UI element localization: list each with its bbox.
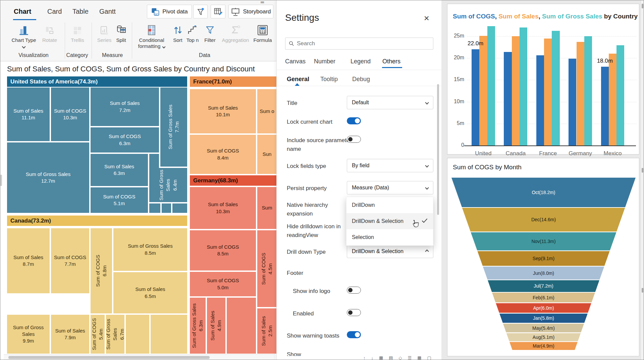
treemap-cell[interactable]: Sum of Sales6.3m: [91, 154, 148, 186]
treemap-cell[interactable]: Sum of Sales6.5m: [113, 272, 187, 313]
setting-toggle-show-warning-toasts[interactable]: [347, 331, 361, 338]
filter-badge-button[interactable]: [193, 5, 208, 18]
treemap-cell[interactable]: Sum of Gross Sales6.3m: [190, 298, 206, 354]
treemap-cell[interactable]: Sum: [257, 187, 276, 229]
bottom-bar-icon-1[interactable]: ↑: [363, 355, 366, 360]
treemap-cell[interactable]: Sum of Sales8.7m: [7, 228, 50, 293]
bar-sum-of-sales-3[interactable]: [577, 42, 584, 145]
setting-toggle-show-info-logo[interactable]: [347, 287, 361, 294]
bar-sum-of-sales-0[interactable]: [479, 36, 487, 145]
left-edge-handle[interactable]: [0, 175, 2, 186]
treemap-cell-unlabeled[interactable]: [227, 298, 256, 354]
setting-toggle-enabled[interactable]: [347, 309, 361, 316]
scrollbar-thumb[interactable]: [8, 356, 210, 359]
bottom-bar-icon-2[interactable]: ↓: [371, 355, 374, 360]
treemap-cell-unlabeled[interactable]: [151, 315, 187, 354]
treemap-cell-unlabeled[interactable]: [149, 203, 160, 213]
tab-card[interactable]: Card: [47, 8, 62, 15]
storyboard-button[interactable]: Storyboard: [228, 5, 273, 18]
bottom-bar-icon-7[interactable]: ▦: [417, 355, 421, 360]
bar-sum-of-sales-4[interactable]: [609, 54, 616, 145]
treemap-group-germany[interactable]: Germany(68.3m)Sum of Sales10.3mSumSum of…: [190, 175, 276, 354]
treemap-cell[interactable]: Sum of Sales2.5m: [257, 308, 276, 354]
treemap-cell[interactable]: Sum of Sales10.1m: [190, 89, 256, 133]
chevron-down-icon[interactable]: [22, 45, 25, 48]
bar-sum-of-cogs-0[interactable]: [472, 49, 479, 145]
horizontal-scrollbar[interactable]: [4, 354, 275, 360]
window-right-scrollbar[interactable]: [640, 0, 644, 360]
treemap-cell[interactable]: Sum of COGS5.4m: [91, 315, 105, 354]
treemap-cell[interactable]: Sum of Sales7.9m: [51, 315, 89, 354]
treemap-chart[interactable]: United States of America(74.3m)Sum of Sa…: [7, 76, 276, 354]
dropdown-item-selection[interactable]: Selection: [346, 229, 433, 245]
settings-subtab-debug[interactable]: Debug: [352, 76, 370, 83]
funnel-segment-jul[interactable]: Jul(7.2m): [451, 280, 636, 292]
treemap-group-canada[interactable]: Canada(73.2m)Sum of Sales8.7mSum of COGS…: [7, 216, 187, 354]
funnel-segment-dec[interactable]: Dec(14.6m): [451, 208, 636, 232]
treemap-cell[interactable]: Sun: [257, 135, 276, 174]
dropdown-item-drilldown-selection[interactable]: DrillDown & Selection: [346, 213, 433, 229]
tab-gantt[interactable]: Gantt: [99, 8, 116, 15]
funnel-segment-feb[interactable]: Feb(6.1m): [451, 293, 636, 303]
settings-scrollbar[interactable]: [437, 84, 439, 215]
settings-search-box[interactable]: [285, 38, 433, 50]
treemap-cell[interactable]: Sum of Sales10.3m: [190, 187, 256, 229]
settings-subtab-tooltip[interactable]: Tooltip: [320, 76, 338, 83]
bar-sum-of-sales-2[interactable]: [544, 39, 552, 145]
setting-select-lock-fields-type[interactable]: By field: [347, 159, 433, 172]
treemap-cell[interactable]: Sum of Gross Sales9.9m: [7, 315, 50, 354]
treemap-cell[interactable]: Sum o: [257, 89, 276, 133]
ribbon-formula[interactable]: Formula: [248, 22, 278, 43]
treemap-cell-unlabeled[interactable]: [172, 203, 187, 213]
funnel-segment-nov[interactable]: Nov(11.3m): [451, 232, 636, 251]
tab-chart[interactable]: Chart: [14, 8, 31, 15]
bar-sum-of-cogs-3[interactable]: [569, 59, 576, 145]
bar-sum-of-gross-sales-0[interactable]: [487, 26, 495, 145]
bar-sum-of-gross-sales-4[interactable]: [616, 45, 624, 145]
close-icon[interactable]: ✕: [424, 14, 430, 22]
funnel-segment-apr[interactable]: Apr(6.0m): [451, 303, 636, 313]
treemap-cell[interactable]: Sum of COGS7.7m: [51, 228, 89, 293]
treemap-group-france[interactable]: France(71.0m)Sum of Sales10.1mSum oSum o…: [190, 76, 276, 175]
bar-sum-of-gross-sales-1[interactable]: [520, 27, 527, 145]
treemap-cell[interactable]: Sum of COGS5.1m: [91, 187, 148, 213]
treemap-cell[interactable]: Sum of Sales11.1m: [7, 87, 50, 141]
table-edit-button[interactable]: [211, 5, 225, 18]
setting-toggle-lock-current-chart[interactable]: [347, 117, 361, 124]
treemap-cell[interactable]: Sum of Gross Sales6.4m: [149, 168, 187, 202]
treemap-cell[interactable]: Sum of Gross Sales12.7m: [7, 142, 89, 213]
funnel-segment-may[interactable]: May(5.4m): [451, 323, 636, 332]
treemap-cell[interactable]: Sum of Gross Sales8.5m: [113, 228, 187, 271]
treemap-cell[interactable]: Sum of COGS10.3m: [51, 87, 89, 141]
funnel-segment-jan[interactable]: Jan(5.8m): [451, 313, 636, 323]
setting-select-drill-down-type[interactable]: DrillDown & Selection: [347, 245, 433, 258]
bar-sum-of-cogs-1[interactable]: [504, 52, 512, 145]
funnel-segment-aug[interactable]: Aug(5.1m): [451, 333, 636, 342]
bottom-bar-icon-6[interactable]: ☰: [408, 355, 412, 360]
treemap-cell-unlabeled[interactable]: [126, 315, 149, 354]
treemap-cell[interactable]: Sum of Sales7.2m: [91, 87, 159, 126]
funnel-chart-card[interactable]: Sum of COGS by Month Oct(18.2m)Dec(14.6m…: [447, 158, 639, 356]
funnel-segment-mar[interactable]: Mar(4.9m): [451, 342, 636, 350]
bottom-bar-icon-3[interactable]: ▦: [379, 355, 383, 360]
settings-tab-canvas[interactable]: Canvas: [285, 58, 306, 65]
dropdown-item-drilldown[interactable]: DrillDown: [346, 197, 433, 213]
treemap-cell[interactable]: Sum of COGS6.8m: [91, 228, 112, 313]
bar-sum-of-cogs-4[interactable]: [601, 67, 609, 145]
bottom-bar-icon-8[interactable]: ▢: [427, 355, 431, 360]
treemap-cell[interactable]: Sum of COGS8.4m: [190, 135, 256, 174]
settings-tab-legend[interactable]: Legend: [351, 58, 371, 65]
ribbon-conditional-formatting[interactable]: Conditionalformatting: [137, 22, 167, 49]
treemap-group-united-states-of-america[interactable]: United States of America(74.3m)Sum of Sa…: [7, 76, 187, 216]
bar-sum-of-cogs-2[interactable]: [536, 55, 544, 145]
treemap-cell[interactable]: Sum of COGS4.5m: [257, 230, 276, 307]
tab-table[interactable]: Table: [72, 8, 89, 15]
bar-sum-of-gross-sales-2[interactable]: [552, 31, 559, 145]
funnel-segment-jun[interactable]: Jun(8.0m): [451, 266, 636, 280]
bar-chart-card[interactable]: Sum of COGS, Sum of Sales, Sum of Gross …: [447, 4, 639, 155]
treemap-cell[interactable]: Sum of Sales4.9m: [207, 298, 225, 354]
treemap-cell[interactable]: Sum of COGS6.3m: [91, 127, 159, 153]
treemap-cell[interactable]: Sum of COGS5.0m: [190, 272, 256, 296]
setting-select-title[interactable]: Default: [347, 96, 433, 109]
bottom-bar-icon-5[interactable]: ◇: [399, 355, 402, 360]
